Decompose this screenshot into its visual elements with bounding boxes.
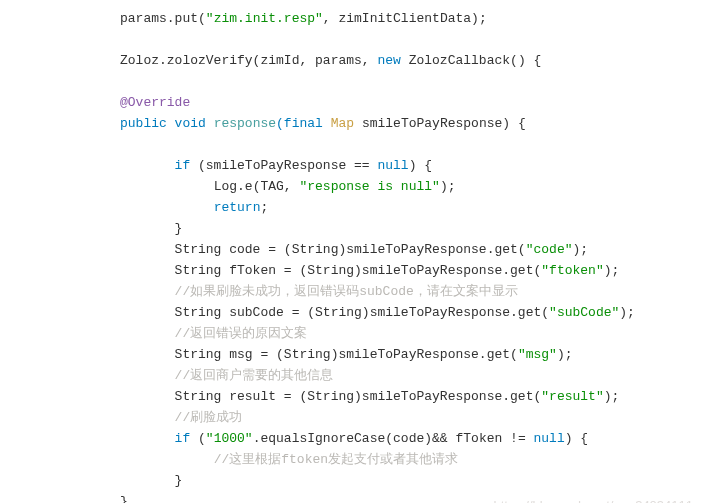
keyword: if bbox=[175, 158, 191, 173]
code-line: Zoloz.zolozVerify(zimId, params, new Zol… bbox=[120, 50, 703, 71]
text: String subCode = (String)smileToPayRespo… bbox=[175, 305, 549, 320]
code-line: if ("1000".equalsIgnoreCase(code)&& fTok… bbox=[120, 428, 703, 449]
text: String code = (String)smileToPayResponse… bbox=[175, 242, 526, 257]
code-line: return; bbox=[120, 197, 703, 218]
keyword: new bbox=[377, 53, 400, 68]
annotation: @Override bbox=[120, 95, 190, 110]
code-line bbox=[120, 134, 703, 155]
code-line bbox=[120, 29, 703, 50]
type: Map bbox=[323, 116, 354, 131]
text: ( bbox=[190, 431, 206, 446]
string-literal: "response is null" bbox=[299, 179, 439, 194]
text: smileToPayResponse) { bbox=[354, 116, 526, 131]
code-line: } bbox=[120, 470, 703, 491]
text: ); bbox=[572, 242, 588, 257]
code-line: //刷脸成功 bbox=[120, 407, 703, 428]
text: .equalsIgnoreCase(code)&& fToken != bbox=[253, 431, 534, 446]
comment: //这里根据ftoken发起支付或者其他请求 bbox=[214, 452, 458, 467]
text: ) { bbox=[409, 158, 432, 173]
code-line: String msg = (String)smileToPayResponse.… bbox=[120, 344, 703, 365]
watermark-text: https://blog.csdn.net/qq_34034111 bbox=[494, 495, 694, 503]
string-literal: "code" bbox=[526, 242, 573, 257]
comment: //返回错误的原因文案 bbox=[175, 326, 308, 341]
text: ; bbox=[260, 200, 268, 215]
code-line bbox=[120, 71, 703, 92]
string-literal: "1000" bbox=[206, 431, 253, 446]
code-line: //这里根据ftoken发起支付或者其他请求 bbox=[120, 449, 703, 470]
text: } bbox=[175, 473, 183, 488]
string-literal: "zim.init.resp" bbox=[206, 11, 323, 26]
text: ); bbox=[557, 347, 573, 362]
text: Zoloz.zolozVerify(zimId, params, bbox=[120, 53, 377, 68]
code-line: params.put("zim.init.resp", zimInitClien… bbox=[120, 8, 703, 29]
method-name: response bbox=[206, 116, 276, 131]
code-line: @Override bbox=[120, 92, 703, 113]
string-literal: "result" bbox=[541, 389, 603, 404]
text: String result = (String)smileToPayRespon… bbox=[175, 389, 542, 404]
code-line: if (smileToPayResponse == null) { bbox=[120, 155, 703, 176]
keyword: void bbox=[167, 116, 206, 131]
string-literal: "subCode" bbox=[549, 305, 619, 320]
keyword: (final bbox=[276, 116, 323, 131]
code-block: params.put("zim.init.resp", zimInitClien… bbox=[120, 8, 703, 503]
text: ); bbox=[619, 305, 635, 320]
text: , zimInitClientData); bbox=[323, 11, 487, 26]
text: ); bbox=[604, 389, 620, 404]
keyword: return bbox=[214, 200, 261, 215]
code-line: } bbox=[120, 218, 703, 239]
text: Log.e(TAG, bbox=[214, 179, 300, 194]
code-line: String subCode = (String)smileToPayRespo… bbox=[120, 302, 703, 323]
code-line: //返回错误的原因文案 bbox=[120, 323, 703, 344]
text: params.put( bbox=[120, 11, 206, 26]
code-line: String fToken = (String)smileToPayRespon… bbox=[120, 260, 703, 281]
code-line: //返回商户需要的其他信息 bbox=[120, 365, 703, 386]
text: String msg = (String)smileToPayResponse.… bbox=[175, 347, 518, 362]
text: ZolozCallback() { bbox=[401, 53, 541, 68]
comment: //返回商户需要的其他信息 bbox=[175, 368, 334, 383]
code-line: String result = (String)smileToPayRespon… bbox=[120, 386, 703, 407]
string-literal: "ftoken" bbox=[541, 263, 603, 278]
keyword: null bbox=[377, 158, 408, 173]
comment: //如果刷脸未成功，返回错误码subCode，请在文案中显示 bbox=[175, 284, 518, 299]
text: } bbox=[175, 221, 183, 236]
keyword: public bbox=[120, 116, 167, 131]
keyword: null bbox=[534, 431, 565, 446]
keyword: if bbox=[175, 431, 191, 446]
text: ); bbox=[604, 263, 620, 278]
text: String fToken = (String)smileToPayRespon… bbox=[175, 263, 542, 278]
string-literal: "msg" bbox=[518, 347, 557, 362]
code-line: public void response(final Map smileToPa… bbox=[120, 113, 703, 134]
code-line: Log.e(TAG, "response is null"); bbox=[120, 176, 703, 197]
code-line: //如果刷脸未成功，返回错误码subCode，请在文案中显示 bbox=[120, 281, 703, 302]
code-line: String code = (String)smileToPayResponse… bbox=[120, 239, 703, 260]
text: (smileToPayResponse == bbox=[190, 158, 377, 173]
text: ); bbox=[440, 179, 456, 194]
text: } bbox=[120, 494, 128, 503]
comment: //刷脸成功 bbox=[175, 410, 243, 425]
text: ) { bbox=[565, 431, 588, 446]
